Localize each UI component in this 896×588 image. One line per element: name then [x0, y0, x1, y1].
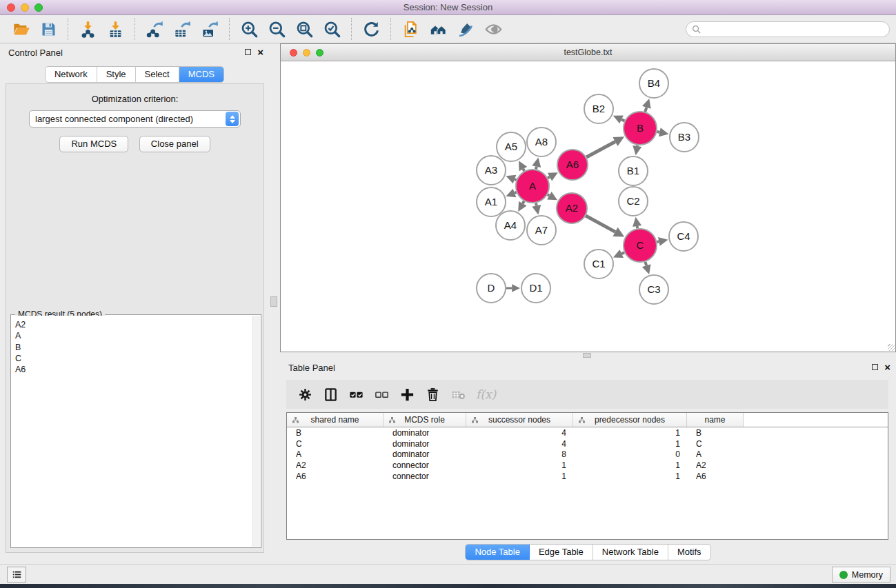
close-panel-icon[interactable]: ×	[884, 363, 890, 371]
edge-C-C4[interactable]	[657, 241, 659, 242]
table-row[interactable]: Cdominator41C	[287, 438, 888, 449]
memory-button[interactable]: Memory	[832, 567, 890, 582]
network-canvas[interactable]: B4B2BB3A5A8A6A3AB1A1C2A2A4A7CC4C1DD1C3	[281, 61, 895, 352]
export-network-icon	[146, 20, 164, 39]
network-from-selection-button[interactable]	[397, 17, 424, 41]
edge-A-A6[interactable]	[548, 177, 550, 179]
deselect-all-button[interactable]	[374, 387, 390, 403]
edge-B-B4[interactable]	[645, 108, 646, 112]
column-header-MCDS-role[interactable]: MCDS role	[384, 413, 466, 427]
refresh-button[interactable]	[357, 17, 385, 41]
edge-A-A5[interactable]	[523, 169, 524, 171]
edge-A-A1[interactable]	[515, 192, 517, 193]
zoom-out-button[interactable]	[263, 17, 290, 41]
import-network-button[interactable]	[74, 17, 101, 41]
close-panel-button[interactable]: Close panel	[139, 136, 210, 152]
edge-C-C2[interactable]	[637, 226, 638, 228]
node-label-B2: B2	[593, 103, 605, 114]
result-scrollbar[interactable]	[252, 316, 260, 547]
import-network-icon	[79, 20, 97, 39]
delete-table-icon	[450, 387, 466, 403]
criterion-select[interactable]: largest connected component (directed)	[29, 110, 241, 128]
open-session-button[interactable]	[7, 17, 34, 41]
edge-B-B2[interactable]	[621, 119, 624, 121]
import-table-button[interactable]	[101, 17, 129, 41]
column-header-shared-name[interactable]: shared name	[287, 413, 384, 427]
tab-network[interactable]: Network	[46, 67, 97, 82]
table-row[interactable]: Bdominator41B	[287, 427, 888, 438]
table-cell: 1	[466, 460, 573, 470]
vertical-splitter[interactable]	[269, 43, 280, 564]
eye-icon	[484, 20, 503, 39]
first-neighbors-button[interactable]	[424, 17, 452, 41]
toolbar-separator	[351, 18, 352, 40]
select-all-button[interactable]	[348, 387, 364, 403]
mcds-result-box: MCDS result (5 nodes) A2ABCA6	[10, 314, 261, 548]
float-panel-icon[interactable]	[872, 364, 878, 370]
run-mcds-button[interactable]: Run MCDS	[59, 136, 128, 152]
tab-edge-table[interactable]: Edge Table	[530, 545, 593, 560]
splitter-grip[interactable]	[583, 353, 591, 358]
column-header-successor-nodes[interactable]: successor nodes	[466, 413, 573, 427]
result-item[interactable]: B	[15, 342, 260, 353]
show-columns-button[interactable]	[323, 387, 339, 403]
tab-network-table[interactable]: Network Table	[593, 545, 668, 560]
edge-A6-B[interactable]	[586, 142, 615, 158]
edge-arrowhead	[532, 205, 541, 214]
delete-table-button[interactable]	[450, 387, 466, 403]
node-table: shared nameMCDS rolesuccessor nodesprede…	[286, 412, 888, 540]
zoom-fit-button[interactable]	[290, 17, 318, 41]
edge-C-C3[interactable]	[645, 262, 646, 265]
export-network-button[interactable]	[141, 17, 168, 41]
tab-mcds[interactable]: MCDS	[179, 67, 223, 82]
deselect-all-icon	[374, 387, 390, 403]
function-builder-button[interactable]: f(x)	[476, 387, 496, 401]
tab-motifs[interactable]: Motifs	[668, 545, 710, 560]
float-panel-icon[interactable]	[245, 49, 251, 55]
table-type-tabs: Node TableEdge TableNetwork TableMotifs	[465, 544, 710, 560]
menu-list-icon	[11, 569, 23, 580]
edge-B-B3[interactable]	[657, 132, 659, 132]
task-history-button[interactable]	[7, 567, 26, 582]
edge-A-A2[interactable]	[548, 194, 550, 195]
edge-A-A7[interactable]	[536, 203, 537, 205]
column-type-icon	[578, 416, 586, 424]
edge-C-C1[interactable]	[621, 252, 624, 254]
splitter-grip[interactable]	[270, 296, 277, 307]
table-row[interactable]: A6connector11A6	[287, 471, 888, 482]
tab-select[interactable]: Select	[136, 67, 179, 82]
column-header-name[interactable]: name	[687, 413, 744, 427]
result-item[interactable]: A2	[15, 319, 260, 330]
zoom-in-button[interactable]	[235, 17, 263, 41]
edge-A-A3[interactable]	[515, 179, 517, 180]
export-table-button[interactable]	[168, 17, 196, 41]
edge-A-A8[interactable]	[536, 167, 537, 170]
resize-grip[interactable]	[888, 344, 895, 351]
result-item[interactable]: C	[15, 353, 260, 364]
column-header-predecessor-nodes[interactable]: predecessor nodes	[573, 413, 687, 427]
edge-arrowhead	[512, 284, 520, 292]
edge-A2-C[interactable]	[586, 216, 615, 232]
hide-annotations-button[interactable]	[452, 17, 479, 41]
delete-column-button[interactable]	[425, 387, 441, 403]
table-row[interactable]: Adominator80A	[287, 449, 888, 460]
toolbar-separator	[68, 18, 68, 40]
result-item[interactable]: A6	[15, 364, 260, 375]
save-session-button[interactable]	[34, 17, 62, 41]
zoom-selected-button[interactable]	[318, 17, 346, 41]
table-cell: A2	[687, 460, 744, 470]
tab-style[interactable]: Style	[97, 67, 136, 82]
result-item[interactable]: A	[15, 330, 260, 341]
close-panel-icon[interactable]: ×	[257, 48, 263, 56]
edge-A-A4[interactable]	[523, 201, 524, 203]
export-image-button[interactable]	[196, 17, 223, 41]
table-row[interactable]: A2connector11A2	[287, 460, 888, 471]
search-input[interactable]	[704, 25, 884, 34]
table-cell: B	[287, 428, 384, 438]
add-column-button[interactable]	[399, 387, 415, 403]
tab-node-table[interactable]: Node Table	[466, 545, 530, 560]
horizontal-splitter[interactable]	[280, 352, 896, 358]
table-settings-button[interactable]	[297, 387, 313, 403]
show-graphics-details-button[interactable]	[479, 17, 507, 41]
table-body: Bdominator41BCdominator41CAdominator80AA…	[287, 427, 888, 482]
